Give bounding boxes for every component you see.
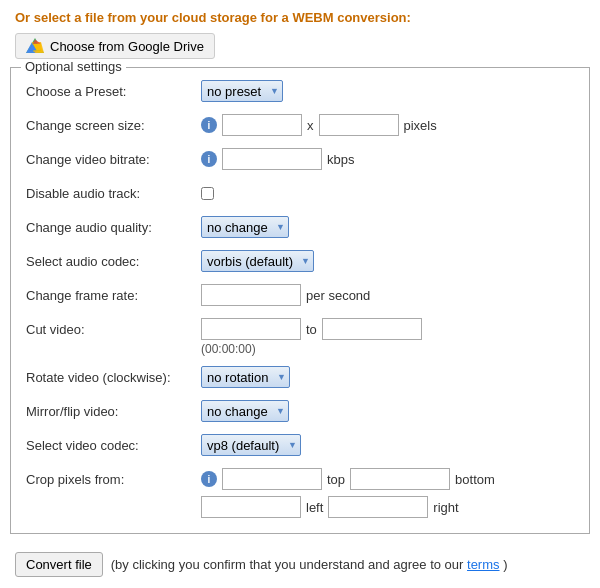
crop-left-label: left: [306, 500, 323, 515]
gdrive-button-label: Choose from Google Drive: [50, 39, 204, 54]
video-bitrate-row: Change video bitrate: i kbps: [26, 146, 574, 172]
cut-video-to-label: to: [306, 322, 317, 337]
audio-quality-select-wrapper: no change: [201, 216, 289, 238]
mirror-flip-control: no change: [201, 400, 289, 422]
audio-quality-select[interactable]: no change: [201, 216, 289, 238]
audio-codec-row: Select audio codec: vorbis (default): [26, 248, 574, 274]
audio-codec-select-wrapper: vorbis (default): [201, 250, 314, 272]
cut-video-end-input[interactable]: [322, 318, 422, 340]
rotate-video-select-wrapper: no rotation: [201, 366, 290, 388]
optional-settings-legend: Optional settings: [21, 59, 126, 74]
disable-audio-row: Disable audio track:: [26, 180, 574, 206]
audio-quality-control: no change: [201, 216, 289, 238]
rotate-video-row: Rotate video (clockwise): no rotation: [26, 364, 574, 390]
preset-row: Choose a Preset: no preset: [26, 78, 574, 104]
mirror-flip-select[interactable]: no change: [201, 400, 289, 422]
screen-size-label: Change screen size:: [26, 118, 201, 133]
crop-pixels-info-icon[interactable]: i: [201, 471, 217, 487]
crop-top-input[interactable]: [222, 468, 322, 490]
video-bitrate-unit: kbps: [327, 152, 354, 167]
footer-note: (by clicking you confirm that you unders…: [111, 557, 508, 572]
crop-pixels-label: Crop pixels from:: [26, 472, 201, 487]
cut-video-time-hint: (00:00:00): [201, 342, 256, 356]
screen-size-info-icon[interactable]: i: [201, 117, 217, 133]
disable-audio-label: Disable audio track:: [26, 186, 201, 201]
gdrive-icon: [26, 38, 44, 54]
video-codec-control: vp8 (default): [201, 434, 301, 456]
cut-video-label: Cut video:: [26, 322, 201, 337]
rotate-video-label: Rotate video (clockwise):: [26, 370, 201, 385]
video-codec-row: Select video codec: vp8 (default): [26, 432, 574, 458]
top-section: Or select a file from your cloud storage…: [0, 0, 600, 67]
screen-size-width-input[interactable]: [222, 114, 302, 136]
frame-rate-label: Change frame rate:: [26, 288, 201, 303]
mirror-flip-row: Mirror/flip video: no change: [26, 398, 574, 424]
audio-quality-label: Change audio quality:: [26, 220, 201, 235]
screen-size-x-label: x: [307, 118, 314, 133]
crop-bottom-input[interactable]: [350, 468, 450, 490]
crop-right-label: right: [433, 500, 458, 515]
footer-closing: ): [503, 557, 507, 572]
video-bitrate-label: Change video bitrate:: [26, 152, 201, 167]
rotate-video-select[interactable]: no rotation: [201, 366, 290, 388]
audio-codec-select[interactable]: vorbis (default): [201, 250, 314, 272]
convert-button[interactable]: Convert file: [15, 552, 103, 577]
video-codec-select-wrapper: vp8 (default): [201, 434, 301, 456]
gdrive-button[interactable]: Choose from Google Drive: [15, 33, 215, 59]
video-codec-select[interactable]: vp8 (default): [201, 434, 301, 456]
audio-quality-row: Change audio quality: no change: [26, 214, 574, 240]
disable-audio-control: [201, 187, 214, 200]
preset-select-wrapper: no preset: [201, 80, 283, 102]
audio-codec-label: Select audio codec:: [26, 254, 201, 269]
preset-select[interactable]: no preset: [201, 80, 283, 102]
cut-video-hint: (00:00:00): [201, 342, 574, 356]
video-bitrate-control: i kbps: [201, 148, 354, 170]
preset-control: no preset: [201, 80, 283, 102]
screen-size-unit: pixels: [404, 118, 437, 133]
screen-size-control: i x pixels: [201, 114, 437, 136]
cut-video-control: to: [201, 318, 422, 340]
cut-video-start-input[interactable]: [201, 318, 301, 340]
frame-rate-row: Change frame rate: per second: [26, 282, 574, 308]
preset-label: Choose a Preset:: [26, 84, 201, 99]
screen-size-row: Change screen size: i x pixels: [26, 112, 574, 138]
video-bitrate-info-icon[interactable]: i: [201, 151, 217, 167]
terms-link[interactable]: terms: [467, 557, 500, 572]
video-bitrate-input[interactable]: [222, 148, 322, 170]
crop-pixels-top-control: i top bottom: [201, 468, 495, 490]
optional-settings-panel: Optional settings Choose a Preset: no pr…: [10, 67, 590, 534]
frame-rate-input[interactable]: [201, 284, 301, 306]
mirror-flip-select-wrapper: no change: [201, 400, 289, 422]
screen-size-height-input[interactable]: [319, 114, 399, 136]
audio-codec-control: vorbis (default): [201, 250, 314, 272]
video-codec-label: Select video codec:: [26, 438, 201, 453]
crop-top-label: top: [327, 472, 345, 487]
crop-left-input[interactable]: [201, 496, 301, 518]
rotate-video-control: no rotation: [201, 366, 290, 388]
svg-marker-12: [33, 39, 41, 43]
crop-bottom-label: bottom: [455, 472, 495, 487]
cloud-storage-label: Or select a file from your cloud storage…: [15, 10, 585, 25]
crop-pixels-row: Crop pixels from: i top bottom: [26, 466, 574, 492]
frame-rate-unit: per second: [306, 288, 370, 303]
frame-rate-control: per second: [201, 284, 370, 306]
crop-right-input[interactable]: [328, 496, 428, 518]
footer-bar: Convert file (by clicking you confirm th…: [0, 544, 600, 585]
footer-note-text: (by clicking you confirm that you unders…: [111, 557, 464, 572]
mirror-flip-label: Mirror/flip video:: [26, 404, 201, 419]
crop-pixels-second-row: left right: [201, 496, 574, 518]
disable-audio-checkbox[interactable]: [201, 187, 214, 200]
cut-video-row: Cut video: to: [26, 316, 574, 342]
